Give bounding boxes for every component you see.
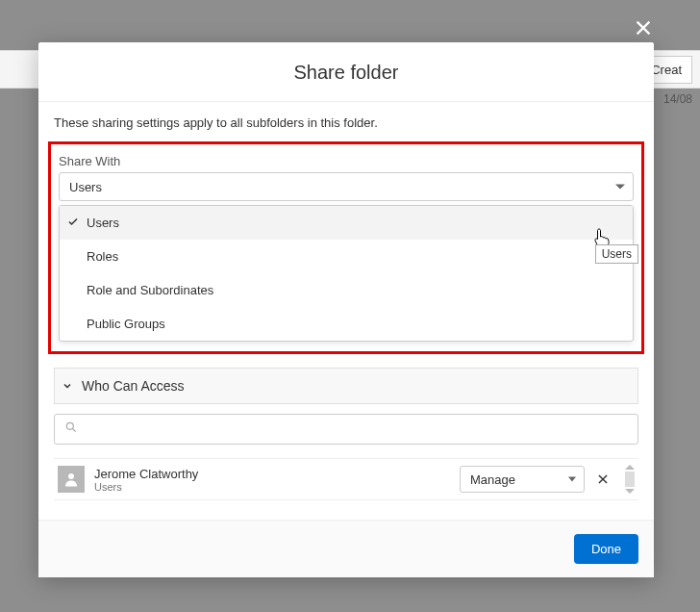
chevron-down-icon [61, 379, 74, 393]
dropdown-option-label: Users [87, 216, 119, 230]
background-date: 14/08 [663, 92, 692, 106]
remove-access-button[interactable] [594, 471, 612, 488]
dropdown-option-roles[interactable]: Roles [60, 240, 633, 273]
caret-down-icon [568, 477, 576, 482]
who-can-access-label: Who Can Access [82, 378, 185, 394]
search-access-input-wrapper[interactable] [54, 414, 638, 445]
check-icon [67, 216, 79, 230]
modal-footer: Done [38, 520, 654, 577]
svg-point-0 [66, 422, 73, 429]
share-with-value: Users [69, 180, 102, 194]
permission-select[interactable]: Manage [460, 466, 585, 493]
share-folder-modal: Share folder These sharing settings appl… [38, 42, 654, 577]
share-with-combobox[interactable]: Users [59, 172, 634, 201]
dropdown-option-role-subordinates[interactable]: Role and Subordinates [60, 273, 633, 307]
modal-body: These sharing settings apply to all subf… [38, 102, 654, 500]
svg-point-1 [68, 473, 74, 479]
avatar [58, 466, 85, 493]
share-with-label: Share With [59, 154, 634, 168]
user-type: Users [94, 481, 198, 493]
user-info: Jerome Clatworthy Users [94, 467, 198, 493]
highlighted-share-with-region: Share With Users Users Roles Role and Su… [48, 141, 644, 354]
modal-header: Share folder [38, 42, 654, 102]
dropdown-option-label: Public Groups [87, 317, 165, 331]
scroll-up-icon [625, 465, 635, 470]
dropdown-option-label: Roles [87, 249, 118, 264]
search-access-input[interactable] [86, 422, 628, 437]
scroll-track [625, 472, 635, 487]
caret-down-icon [615, 185, 625, 190]
user-name: Jerome Clatworthy [94, 467, 198, 481]
done-button[interactable]: Done [574, 534, 638, 564]
access-list-row: Jerome Clatworthy Users Manage [54, 458, 638, 500]
share-with-dropdown: Users Roles Role and Subordinates Public… [59, 205, 634, 342]
modal-title: Share folder [38, 62, 654, 84]
scroll-down-icon [625, 489, 635, 494]
helper-text: These sharing settings apply to all subf… [54, 115, 638, 130]
scrollbar[interactable] [625, 465, 635, 494]
dropdown-option-label: Role and Subordinates [87, 283, 213, 297]
tooltip: Users [595, 244, 638, 264]
close-icon[interactable] [633, 17, 654, 42]
dropdown-option-public-groups[interactable]: Public Groups [60, 307, 633, 341]
who-can-access-header[interactable]: Who Can Access [54, 368, 638, 404]
dropdown-option-users[interactable]: Users [60, 206, 633, 240]
search-icon [64, 421, 78, 438]
permission-value: Manage [470, 472, 515, 487]
